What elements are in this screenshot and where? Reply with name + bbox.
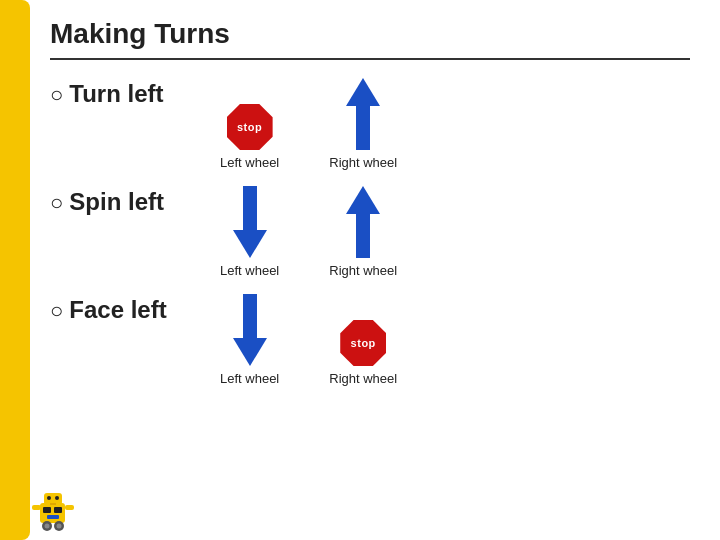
svg-rect-0 — [40, 503, 65, 523]
svg-rect-9 — [65, 505, 74, 510]
divider — [50, 58, 690, 60]
svg-rect-7 — [50, 503, 56, 505]
turn-left-left-wheel-col: stop Left wheel — [220, 104, 279, 170]
spin-left-right-wheel-col: Right wheel — [329, 186, 397, 278]
face-left-right-wheel-label: Right wheel — [329, 371, 397, 386]
turn-left-row: ○ Turn left stop Left wheel Right wheel — [50, 78, 690, 170]
svg-rect-3 — [47, 515, 59, 519]
arrow-shaft-4 — [243, 294, 257, 338]
page-title: Making Turns — [50, 18, 690, 50]
arrow-up-1 — [346, 78, 380, 150]
bullet-1: ○ — [50, 82, 63, 108]
spin-left-right-wheel-label: Right wheel — [329, 263, 397, 278]
face-left-row: ○ Face left Left wheel stop Right wheel — [50, 294, 690, 386]
arrow-shaft-2 — [243, 186, 257, 230]
spin-left-label: Spin left — [69, 188, 199, 216]
turn-left-label-area: ○ Turn left — [50, 78, 220, 108]
face-left-left-wheel-col: Left wheel — [220, 294, 279, 386]
face-left-label: Face left — [69, 296, 199, 324]
arrow-head-1 — [346, 78, 380, 106]
face-left-diagram: Left wheel stop Right wheel — [220, 294, 397, 386]
spin-left-label-area: ○ Spin left — [50, 186, 220, 216]
arrow-shaft-1 — [356, 106, 370, 150]
arrow-down-3 — [233, 294, 267, 366]
stop-text-2: stop — [351, 337, 376, 349]
spin-left-diagram: Left wheel Right wheel — [220, 186, 397, 278]
robot-image-area — [30, 485, 90, 540]
svg-rect-8 — [32, 505, 41, 510]
svg-rect-1 — [43, 507, 51, 513]
arrow-head-4 — [233, 338, 267, 366]
robot-icon — [30, 485, 85, 540]
turn-left-diagram: stop Left wheel Right wheel — [220, 78, 397, 170]
turn-left-label: Turn left — [69, 80, 199, 108]
svg-point-13 — [57, 524, 62, 529]
main-content: Making Turns ○ Turn left stop Left wheel… — [30, 0, 720, 540]
svg-point-12 — [45, 524, 50, 529]
left-accent-bar — [0, 0, 30, 540]
arrow-down-2 — [233, 186, 267, 258]
face-left-label-area: ○ Face left — [50, 294, 220, 324]
turn-left-left-wheel-label: Left wheel — [220, 155, 279, 170]
svg-point-5 — [47, 496, 51, 500]
spin-left-row: ○ Spin left Left wheel Right wheel — [50, 186, 690, 278]
stop-text-1: stop — [237, 121, 262, 133]
turn-left-right-wheel-col: Right wheel — [329, 78, 397, 170]
face-left-left-wheel-label: Left wheel — [220, 371, 279, 386]
spin-left-left-wheel-label: Left wheel — [220, 263, 279, 278]
bullet-3: ○ — [50, 298, 63, 324]
turn-left-right-wheel-label: Right wheel — [329, 155, 397, 170]
svg-rect-2 — [54, 507, 62, 513]
bullet-2: ○ — [50, 190, 63, 216]
arrow-shaft-3 — [356, 214, 370, 258]
arrow-head-3 — [346, 186, 380, 214]
face-left-right-wheel-col: stop Right wheel — [329, 320, 397, 386]
stop-sign-1: stop — [227, 104, 273, 150]
stop-sign-2: stop — [340, 320, 386, 366]
svg-point-6 — [55, 496, 59, 500]
spin-left-left-wheel-col: Left wheel — [220, 186, 279, 278]
arrow-head-2 — [233, 230, 267, 258]
arrow-up-2 — [346, 186, 380, 258]
